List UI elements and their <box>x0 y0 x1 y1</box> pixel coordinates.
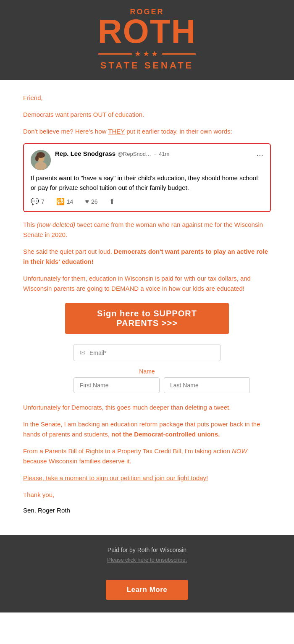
header-roth-text: ROTH <box>8 15 286 48</box>
footer: Paid for by Roth for Wisconsin Please cl… <box>0 535 294 612</box>
para-2: Don't believe me? Here's how THEY put it… <box>23 126 271 137</box>
para-8-italic: NOW <box>232 447 247 455</box>
email-input[interactable] <box>89 350 214 356</box>
tweet-name: Rep. Lee Snodgrass <box>55 150 116 157</box>
tweet-reply-count: 7 <box>41 198 45 205</box>
learn-more-button[interactable]: Learn More <box>106 580 189 600</box>
tweet-time: 41m <box>159 151 169 157</box>
last-name-input[interactable] <box>164 377 250 393</box>
para-3-prefix: This <box>23 221 37 228</box>
para-8: From a Parents Bill of Rights to a Prope… <box>23 446 271 466</box>
para-4: She said the quiet part out loud. Democr… <box>23 247 271 267</box>
tweet-retweet-action: 🔁 14 <box>56 197 74 205</box>
greeting: Friend, <box>23 93 271 103</box>
tweet-text: If parents want to "have a say" in their… <box>31 173 263 192</box>
para-8-suffix: because Wisconsin families deserve it. <box>23 457 131 465</box>
para-6: Unfortunately for Democrats, this goes m… <box>23 402 271 413</box>
name-label: Name <box>23 368 271 375</box>
tweet-name-area: Rep. Lee Snodgrass @RepSnod… · 41m <box>55 150 253 158</box>
para-2-suffix: put it earlier today, in their own words… <box>125 128 232 135</box>
tweet-retweet-count: 14 <box>67 198 74 205</box>
tweet-actions: 💬 7 🔁 14 ♥ 26 ⬆ <box>31 197 263 205</box>
para-2-prefix: Don't believe me? Here's how <box>23 128 108 135</box>
signup-form: ✉ Name <box>23 344 271 393</box>
tweet-embed: Rep. Lee Snodgrass @RepSnod… · 41m ··· I… <box>23 143 271 212</box>
para-1: Democrats want parents OUT of education. <box>23 110 271 120</box>
para-9-link[interactable]: Please, take a moment to sign our petiti… <box>23 474 208 481</box>
tweet-like-count: 26 <box>91 198 98 205</box>
tweet-handle-time: @RepSnod… · 41m <box>118 151 170 157</box>
svg-point-5 <box>35 155 39 161</box>
email-input-container: ✉ <box>74 344 220 361</box>
header: ROGER ROTH ★★★ STATE SENATE <box>0 0 294 80</box>
para-4-prefix: She said the quiet part out loud. <box>23 248 114 255</box>
tweet-reply-action: 💬 7 <box>31 197 45 205</box>
tweet-avatar <box>31 150 51 170</box>
tweet-retweet-icon: 🔁 <box>56 197 65 205</box>
para-9: Please, take a moment to sign our petiti… <box>23 473 271 483</box>
signature: Sen. Roger Roth <box>23 507 271 514</box>
unsubscribe-link[interactable]: Please click here to unsubscribe. <box>8 557 286 563</box>
tweet-handle: @RepSnod… <box>118 151 151 157</box>
cta-support-parents-button[interactable]: Sign here to SUPPORT PARENTS >>> <box>65 303 229 334</box>
header-stars-line: ★★★ <box>8 49 286 58</box>
para-3-italic: (now-deleted) <box>37 221 76 228</box>
header-left-line <box>98 53 132 55</box>
para-8-prefix: From a Parents Bill of Rights to a Prope… <box>23 447 232 455</box>
tweet-reply-icon: 💬 <box>31 197 39 205</box>
tweet-header: Rep. Lee Snodgrass @RepSnod… · 41m ··· <box>31 150 263 170</box>
tweet-share-icon: ⬆ <box>109 197 115 205</box>
name-inputs <box>74 377 220 393</box>
para-5: Unfortunately for them, education in Wis… <box>23 273 271 294</box>
svg-point-2 <box>35 162 47 170</box>
tweet-dots: ··· <box>256 150 263 160</box>
header-stars: ★★★ <box>134 49 160 58</box>
header-right-line <box>162 53 196 55</box>
email-icon: ✉ <box>80 349 85 357</box>
email-field-wrap: ✉ <box>23 344 271 361</box>
tweet-like-icon: ♥ <box>85 198 89 205</box>
main-content: Friend, Democrats want parents OUT of ed… <box>0 80 294 522</box>
tweet-share-action: ⬆ <box>109 197 115 205</box>
para-3: This (now-deleted) tweet came from the w… <box>23 220 271 240</box>
thank-you: Thank you, <box>23 490 271 500</box>
cta-button-wrap: Sign here to SUPPORT PARENTS >>> <box>23 303 271 334</box>
tweet-like-action: ♥ 26 <box>85 198 97 205</box>
footer-paid-for: Paid for by Roth for Wisconsin <box>8 547 286 553</box>
para-7-bold: not the Democrat-controlled unions. <box>111 431 220 438</box>
first-name-input[interactable] <box>74 377 160 393</box>
header-state-senate-text: STATE SENATE <box>8 60 286 71</box>
para-7: In the Senate, I am backing an education… <box>23 419 271 439</box>
para-2-emphasis: THEY <box>108 128 125 135</box>
